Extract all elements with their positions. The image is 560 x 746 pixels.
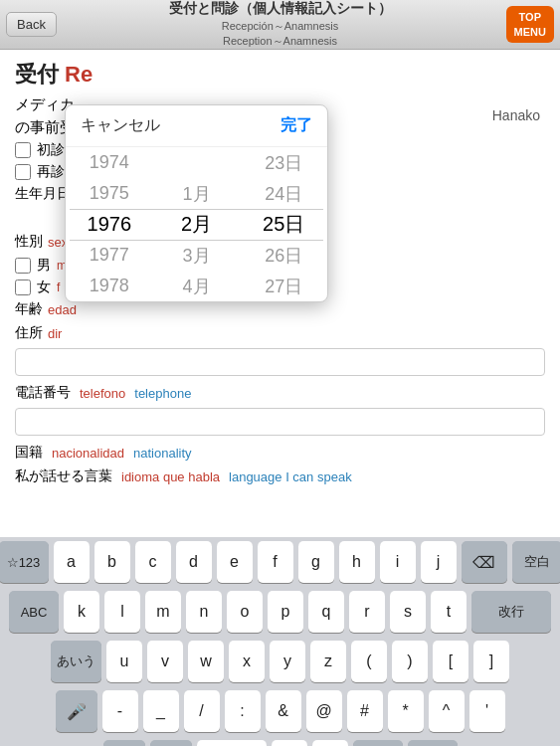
address-input[interactable] [15, 348, 545, 376]
key-dash[interactable]: - [102, 690, 138, 732]
year-1974[interactable]: 1974 [66, 147, 153, 178]
key-slash[interactable]: / [184, 690, 220, 732]
key-y[interactable]: y [270, 641, 305, 682]
delete-key[interactable]: ⌫ [462, 541, 507, 583]
nationality-label-en: nationality [133, 446, 192, 461]
gender-label-jp: 性別 [15, 233, 43, 251]
datepicker-overlay: キャンセル 完了 1974 1975 1976 1977 1978 1月 2月 … [65, 104, 328, 302]
key-at[interactable]: @ [306, 690, 342, 732]
month-2[interactable]: 2月 [153, 209, 241, 240]
key-close-bracket[interactable]: ] [473, 641, 509, 682]
key-colon[interactable]: : [225, 690, 261, 732]
key-l[interactable]: l [104, 591, 140, 633]
year-1975[interactable]: 1975 [66, 178, 153, 209]
phone-row: 電話番号 telefono telephone [15, 384, 545, 402]
year-1978[interactable]: 1978 [66, 271, 153, 301]
age-row: 年齢 edad [15, 300, 545, 318]
day-24[interactable]: 24日 [240, 178, 327, 209]
year-1977[interactable]: 1977 [66, 240, 153, 271]
key-i[interactable]: i [380, 541, 416, 583]
key-space-jp[interactable]: 空白 [512, 541, 561, 583]
address-row: 住所 dir [15, 324, 545, 342]
datepicker-day-column[interactable]: 23日 24日 25日 26日 27日 [240, 147, 327, 301]
key-open-paren[interactable]: ( [351, 641, 387, 682]
key-c[interactable]: c [135, 541, 171, 583]
gender-male-jp: 男 [37, 257, 51, 275]
datepicker-cancel-button[interactable]: キャンセル [81, 115, 160, 136]
datepicker-year-column[interactable]: 1974 1975 1976 1977 1978 [66, 147, 153, 301]
key-hash[interactable]: # [347, 690, 383, 732]
key-k[interactable]: k [64, 591, 99, 633]
checkbox-revisit[interactable] [15, 164, 31, 180]
shift-key[interactable]: ↑ [150, 740, 192, 746]
day-26[interactable]: 26日 [240, 240, 327, 271]
key-s[interactable]: s [390, 591, 426, 633]
key-question[interactable]: ? [312, 740, 348, 746]
key-underscore[interactable]: _ [143, 690, 179, 732]
day-23[interactable]: 23日 [240, 147, 327, 178]
checkbox-female[interactable] [15, 280, 31, 295]
key-e[interactable]: e [217, 541, 253, 583]
key-z[interactable]: z [310, 641, 346, 682]
checkbox-revisit-label: 再診 [37, 163, 65, 181]
key-r[interactable]: r [349, 591, 385, 633]
header-sub-title1: Recepción～Anamnesis [169, 19, 392, 34]
checkbox-initial-visit[interactable] [15, 142, 31, 158]
key-b[interactable]: b [94, 541, 130, 583]
key-g[interactable]: g [298, 541, 334, 583]
key-caret[interactable]: ^ [429, 690, 465, 732]
key-abc-toggle[interactable]: ABC [9, 591, 59, 633]
key-open-bracket[interactable]: [ [433, 641, 468, 682]
keyboard-row-4: 🌐 ↑ 取り消す ! ? 全角 ⌨ [3, 740, 557, 746]
key-fullwidth[interactable]: 全角 [353, 740, 403, 746]
key-t[interactable]: t [431, 591, 467, 633]
mic-key[interactable]: 🎤 [56, 690, 97, 732]
key-quote[interactable]: ' [469, 690, 505, 732]
keyboard-row-1: ABC k l m n o p q r s t 改行 [3, 591, 557, 633]
key-f[interactable]: f [258, 541, 293, 583]
key-a[interactable]: a [54, 541, 90, 583]
keyboard-rows: ☆123 a b c d e f g h i j ⌫ 空白 ABC k l m … [0, 537, 560, 746]
datepicker-done-button[interactable]: 完了 [280, 115, 312, 136]
key-h[interactable]: h [339, 541, 375, 583]
keyboard-hide-key[interactable]: ⌨ [408, 740, 458, 746]
month-4[interactable]: 4月 [153, 271, 241, 301]
month-empty[interactable] [153, 147, 241, 178]
month-1[interactable]: 1月 [153, 178, 241, 209]
key-m[interactable]: m [145, 591, 181, 633]
reception-label-jp: 受付 [15, 60, 59, 90]
app-header: Back 受付と問診（個人情報記入シート） Recepción～Anamnesi… [0, 0, 560, 50]
key-w[interactable]: w [188, 641, 224, 682]
checkbox-male[interactable] [15, 258, 31, 274]
key-p[interactable]: p [268, 591, 303, 633]
datepicker-columns[interactable]: 1974 1975 1976 1977 1978 1月 2月 3月 4月 23日… [66, 147, 327, 301]
globe-key[interactable]: 🌐 [103, 740, 145, 746]
month-3[interactable]: 3月 [153, 240, 241, 271]
age-label-es: edad [48, 302, 77, 317]
year-1976[interactable]: 1976 [66, 209, 153, 240]
phone-input[interactable] [15, 408, 545, 436]
key-o[interactable]: o [227, 591, 263, 633]
key-u[interactable]: u [106, 641, 142, 682]
day-27[interactable]: 27日 [240, 271, 327, 301]
key-hiragana-toggle[interactable]: あいう [51, 641, 101, 682]
key-num-toggle[interactable]: ☆123 [0, 541, 49, 583]
checkbox-initial-label: 初診 [37, 141, 65, 159]
top-menu-button[interactable]: TOPMENU [506, 6, 554, 43]
return-key[interactable]: 改行 [471, 591, 551, 633]
key-d[interactable]: d [176, 541, 212, 583]
day-25[interactable]: 25日 [240, 209, 327, 240]
key-ampersand[interactable]: & [266, 690, 301, 732]
datepicker-month-column[interactable]: 1月 2月 3月 4月 [153, 147, 241, 301]
key-v[interactable]: v [147, 641, 183, 682]
key-n[interactable]: n [186, 591, 222, 633]
key-q[interactable]: q [308, 591, 344, 633]
nationality-label-es: nacionalidad [52, 446, 124, 461]
key-exclaim[interactable]: ! [272, 740, 307, 746]
key-j[interactable]: j [421, 541, 457, 583]
key-x[interactable]: x [229, 641, 265, 682]
undo-key[interactable]: 取り消す [197, 740, 267, 746]
key-asterisk[interactable]: * [388, 690, 424, 732]
key-close-paren[interactable]: ) [392, 641, 428, 682]
back-button[interactable]: Back [6, 12, 57, 37]
